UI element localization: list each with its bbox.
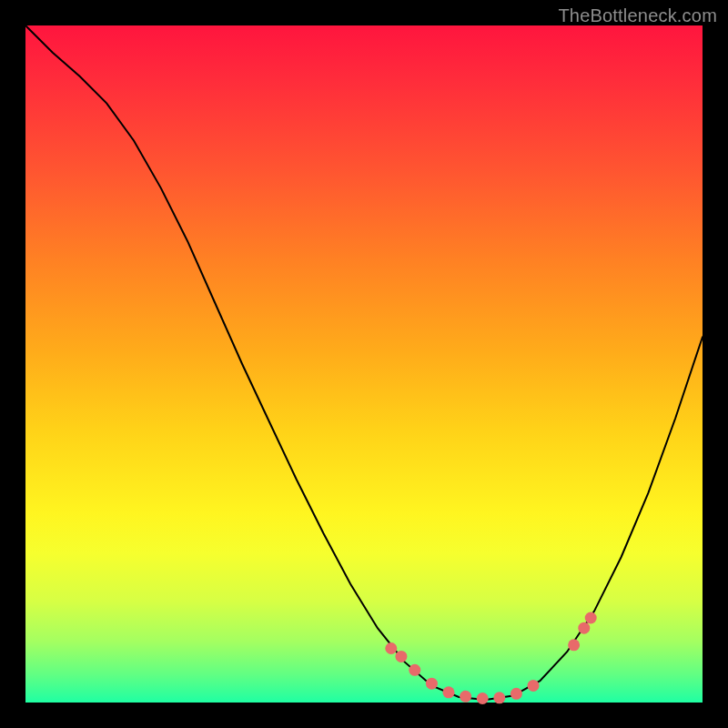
watermark-text: TheBottleneck.com xyxy=(558,5,717,26)
data-dot xyxy=(568,639,580,651)
data-dot xyxy=(585,612,597,624)
data-dot xyxy=(443,686,455,698)
data-dot xyxy=(460,691,471,703)
data-dot xyxy=(493,692,505,703)
data-dot xyxy=(426,678,438,690)
data-dot xyxy=(511,688,522,700)
chart-svg xyxy=(25,25,703,703)
data-dots xyxy=(385,612,596,705)
data-dot xyxy=(385,642,397,654)
chart-frame: { "watermark": "TheBottleneck.com", "col… xyxy=(0,0,728,728)
data-dot xyxy=(578,622,590,634)
data-dot xyxy=(409,664,420,676)
data-dot xyxy=(395,651,407,662)
data-dot xyxy=(528,680,540,692)
bottleneck-curve xyxy=(25,25,703,700)
data-dot xyxy=(477,693,489,704)
